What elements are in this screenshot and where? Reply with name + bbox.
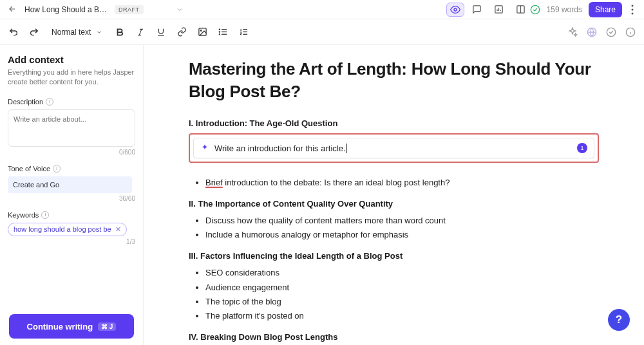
- description-input[interactable]: [8, 109, 135, 147]
- keywords-label: Keywordsi: [8, 211, 135, 219]
- ai-sparkle-icon[interactable]: [567, 26, 578, 38]
- list-item: The platform it's posted on: [205, 309, 599, 323]
- list-item: Brief introduction to the debate: Is the…: [205, 176, 599, 190]
- ai-prompt-text: Write an introduction for this article.: [214, 144, 572, 153]
- globe-icon[interactable]: [586, 26, 598, 38]
- ai-prompt-bar[interactable]: Write an introduction for this article. …: [193, 138, 594, 158]
- tone-counter: 36/60: [8, 195, 135, 202]
- underline-icon[interactable]: [155, 26, 167, 38]
- checkmark-icon[interactable]: [605, 26, 617, 38]
- section-heading: III. Factors Influencing the Ideal Lengt…: [189, 251, 599, 261]
- sparkle-icon: [200, 144, 209, 153]
- tone-label: Tone of Voicei: [8, 165, 135, 172]
- italic-icon[interactable]: [135, 26, 146, 38]
- tone-input[interactable]: [8, 176, 132, 193]
- top-bar: How Long Should a Bl… DRAFT 159 words Sh…: [0, 0, 644, 19]
- draft-badge: DRAFT: [115, 5, 144, 14]
- continue-writing-button[interactable]: Continue writing ⌘ J: [9, 314, 134, 339]
- svg-point-17: [219, 34, 220, 35]
- analytics-mode-button[interactable]: [490, 3, 508, 17]
- numbered-list-icon[interactable]: [238, 26, 249, 38]
- status-check-icon: [530, 5, 540, 15]
- info-icon[interactable]: i: [46, 98, 53, 106]
- layout-mode-button[interactable]: [512, 3, 530, 17]
- remove-chip-icon[interactable]: ✕: [115, 225, 121, 234]
- formatting-toolbar: Normal text: [0, 19, 644, 45]
- count-badge: 1: [577, 143, 587, 153]
- help-fab[interactable]: ?: [608, 309, 630, 331]
- description-label: Descriptioni: [8, 98, 135, 106]
- bullet-list-icon[interactable]: [217, 26, 229, 38]
- list-item: The topic of the blog: [205, 295, 599, 309]
- description-counter: 0/600: [8, 149, 135, 156]
- svg-point-5: [632, 8, 634, 10]
- sidebar-subtitle: Everything you add in here helps Jasper …: [8, 68, 135, 88]
- keywords-counter: 1/3: [8, 238, 135, 245]
- word-count: 159 words: [547, 5, 582, 14]
- svg-line-9: [140, 29, 142, 35]
- highlight-callout: Write an introduction for this article. …: [189, 133, 599, 163]
- image-icon[interactable]: [196, 26, 208, 38]
- context-sidebar: Add context Everything you add in here h…: [0, 45, 144, 345]
- svg-point-16: [219, 32, 220, 32]
- undo-icon[interactable]: [8, 26, 19, 38]
- link-icon[interactable]: [176, 26, 187, 38]
- list-item: SEO considerations: [205, 266, 599, 280]
- svg-point-3: [531, 5, 539, 14]
- more-menu-icon[interactable]: [629, 5, 636, 15]
- list-item: Audience engagement: [205, 281, 599, 295]
- section-heading: I. Introduction: The Age-Old Question: [189, 118, 599, 128]
- kbd-shortcut: ⌘ J: [98, 322, 116, 331]
- svg-point-11: [200, 30, 202, 31]
- document-heading: Mastering the Art of Length: How Long Sh…: [189, 58, 599, 103]
- info-icon[interactable]: i: [41, 211, 49, 219]
- sidebar-title: Add context: [8, 54, 135, 65]
- svg-point-6: [632, 12, 634, 14]
- preview-mode-button[interactable]: [446, 3, 464, 17]
- svg-point-22: [607, 28, 615, 36]
- section-heading: IV. Breaking Down Blog Post Lengths: [189, 332, 599, 342]
- list-item: Discuss how the quality of content matte…: [205, 214, 599, 228]
- keyword-chip-text: how long should a blog post be: [14, 225, 111, 233]
- redo-icon[interactable]: [28, 26, 40, 38]
- chat-mode-button[interactable]: [468, 3, 486, 17]
- share-button[interactable]: Share: [589, 2, 622, 17]
- document-editor[interactable]: Mastering the Art of Length: How Long Sh…: [144, 45, 644, 345]
- info-icon[interactable]: i: [53, 165, 61, 172]
- text-style-label: Normal text: [52, 28, 91, 37]
- bold-icon[interactable]: [114, 26, 126, 38]
- text-style-select[interactable]: Normal text: [49, 28, 105, 37]
- svg-point-0: [454, 8, 457, 11]
- info-icon[interactable]: [625, 26, 636, 38]
- back-arrow-icon[interactable]: [8, 5, 18, 15]
- svg-point-15: [219, 29, 220, 30]
- document-title: How Long Should a Bl…: [24, 5, 108, 14]
- svg-point-4: [632, 5, 634, 6]
- keyword-chip[interactable]: how long should a blog post be ✕: [8, 223, 127, 236]
- continue-label: Continue writing: [27, 322, 93, 331]
- list-item: Include a humorous analogy or metaphor f…: [205, 228, 599, 242]
- chevron-down-icon[interactable]: [176, 6, 184, 14]
- section-heading: II. The Importance of Content Quality Ov…: [189, 199, 599, 209]
